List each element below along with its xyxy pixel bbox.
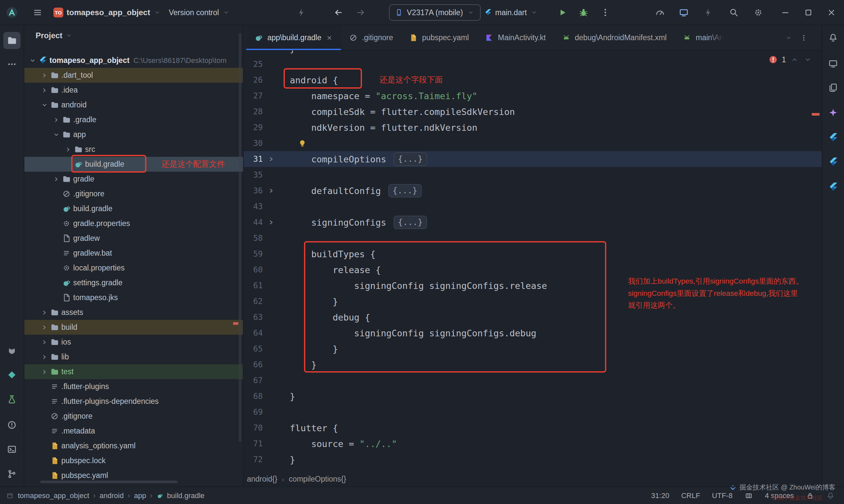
tree-item-local-properties[interactable]: local.properties <box>24 260 243 275</box>
line-number[interactable]: 70 <box>244 423 263 433</box>
caret-position[interactable]: 31:20 <box>651 491 669 500</box>
previous-problem-icon[interactable] <box>790 55 799 64</box>
line-number[interactable]: 58 <box>244 234 263 243</box>
window-close-button[interactable] <box>826 7 837 18</box>
tree-item-src[interactable]: src <box>24 142 243 157</box>
forward-icon[interactable] <box>356 7 366 18</box>
tree-item-app[interactable]: app <box>24 127 243 142</box>
hidden-tabs-icon[interactable] <box>785 34 793 42</box>
project-tree-vertical-scrollbar[interactable] <box>239 33 241 442</box>
project-tree-horizontal-scrollbar[interactable] <box>40 481 178 483</box>
window-maximize-button[interactable] <box>803 7 814 18</box>
code-line[interactable]: 28 compileSdk = flutter.compileSdkVersio… <box>244 104 822 120</box>
line-number[interactable]: 63 <box>244 312 263 322</box>
code-line[interactable]: 62 } <box>244 293 822 309</box>
code-line[interactable]: 26android { <box>244 72 822 88</box>
running-devices-icon[interactable] <box>678 7 689 18</box>
run-button[interactable] <box>557 7 568 18</box>
line-number[interactable]: 71 <box>244 439 263 448</box>
line-number[interactable]: 68 <box>244 392 263 401</box>
line-number[interactable]: 72 <box>244 455 263 464</box>
chevron-right-icon[interactable] <box>52 115 62 124</box>
line-number[interactable]: 35 <box>244 170 263 180</box>
build-variants-button[interactable] <box>825 79 842 96</box>
tree-item-gradle[interactable]: gradle <box>24 172 243 186</box>
tree-item-tomapeso-jks[interactable]: tomapeso.jks <box>24 290 243 305</box>
more-toolwindows-button[interactable] <box>3 56 20 73</box>
tree-item--gitignore[interactable]: .gitignore <box>24 186 243 201</box>
flutter-performance-button[interactable] <box>825 154 842 170</box>
fold-arrow-icon[interactable] <box>263 187 280 195</box>
path-item[interactable]: build.gradle <box>167 491 205 500</box>
tree-item-analysis-options-yaml[interactable]: analysis_options.yaml <box>24 438 243 453</box>
tree-root-row[interactable]: tomapeso_app_objectC:\Users\86187\Deskto… <box>24 53 243 68</box>
tree-item--gradle[interactable]: .gradle <box>24 112 243 127</box>
code-line[interactable]: 66 } <box>244 357 822 373</box>
tree-item-settings-gradle[interactable]: settings.gradle <box>24 275 243 290</box>
tree-item-ios[interactable]: ios <box>24 335 243 349</box>
fold-arrow-icon[interactable] <box>263 218 280 226</box>
code-line[interactable]: 35 <box>244 167 822 183</box>
line-number[interactable]: 61 <box>244 281 263 290</box>
line-number[interactable]: 67 <box>244 376 263 385</box>
editor-tab[interactable]: debug\AndroidManifest.xml <box>554 25 675 50</box>
version-control-widget[interactable]: Version control <box>169 0 230 25</box>
code-line[interactable]: 63 debug { <box>244 309 822 325</box>
folded-region[interactable]: {...} <box>389 184 422 197</box>
energy-profiler-icon[interactable] <box>703 7 713 18</box>
chevron-right-icon[interactable] <box>40 353 50 361</box>
chevron-right-icon[interactable] <box>64 145 74 154</box>
code-line[interactable]: 25 <box>244 56 822 72</box>
line-number[interactable]: 27 <box>244 91 263 101</box>
folded-region[interactable]: {...} <box>394 152 427 166</box>
debug-button[interactable] <box>578 7 589 18</box>
gemini-button[interactable] <box>825 104 842 122</box>
app-quality-insights-button[interactable] <box>3 366 20 383</box>
tree-item-test[interactable]: test <box>24 364 243 379</box>
error-stripe-mark[interactable] <box>812 113 820 115</box>
line-number[interactable]: 43 <box>244 202 263 211</box>
status-bell-icon[interactable] <box>826 491 835 500</box>
tree-item-build[interactable]: build <box>24 320 243 335</box>
tree-item-build-gradle[interactable]: build.gradle <box>24 157 243 172</box>
chevron-right-icon[interactable] <box>40 367 50 376</box>
app-inspection-button[interactable] <box>3 391 20 408</box>
breadcrumb-item[interactable]: android{} <box>247 475 277 484</box>
chevron-right-icon[interactable] <box>40 323 50 332</box>
code-line[interactable]: 27 namespace = "across.Taimei.fly" <box>244 88 822 104</box>
line-number[interactable]: 69 <box>244 408 263 417</box>
chevron-right-icon[interactable] <box>52 175 62 183</box>
editor-tab[interactable]: main\An <box>674 25 724 50</box>
tree-item-gradlew[interactable]: gradlew <box>24 231 243 246</box>
tree-item--gitignore[interactable]: .gitignore <box>24 409 243 424</box>
tree-item-pubspec-lock[interactable]: pubspec.lock <box>24 453 243 468</box>
tab-close-icon[interactable] <box>326 34 333 41</box>
search-icon[interactable] <box>729 7 739 18</box>
line-number[interactable]: 26 <box>244 75 263 85</box>
tree-item--flutter-plugins[interactable]: .flutter-plugins <box>24 379 243 394</box>
line-ending[interactable]: CRLF <box>681 491 700 500</box>
folded-region[interactable]: {...} <box>394 216 427 229</box>
profiler-icon[interactable] <box>655 7 665 18</box>
code-line[interactable]: 60 release { <box>244 262 822 278</box>
more-actions-icon[interactable] <box>600 7 610 18</box>
code-line[interactable]: 29 ndkVersion = flutter.ndkVersion <box>244 120 822 136</box>
line-number[interactable]: 60 <box>244 265 263 274</box>
tree-item--idea[interactable]: .idea <box>24 83 243 97</box>
code-line[interactable]: 70flutter { <box>244 420 822 436</box>
tree-item-build-gradle[interactable]: build.gradle <box>24 201 243 216</box>
editor-tab[interactable]: MainActivity.kt <box>477 25 553 50</box>
chevron-down-icon[interactable] <box>52 130 62 139</box>
chevron-down-icon[interactable] <box>28 56 38 65</box>
inspections-widget[interactable]: 1 <box>769 55 812 64</box>
status-file-path[interactable]: tomapeso_app_object›android›app›build.gr… <box>6 487 204 504</box>
editor-tab[interactable]: app\build.gradle <box>246 25 341 50</box>
tree-item-android[interactable]: android <box>24 97 243 112</box>
code-line[interactable]: 69 <box>244 404 822 420</box>
run-configuration-selector[interactable]: main.dart <box>484 0 538 25</box>
device-selector[interactable]: V2317A (mobile) <box>389 4 481 21</box>
tree-item-assets[interactable]: assets <box>24 305 243 320</box>
chevron-right-icon[interactable] <box>40 86 50 94</box>
flutter-inspector-button[interactable] <box>825 129 842 146</box>
tab-options-icon[interactable] <box>800 34 808 42</box>
